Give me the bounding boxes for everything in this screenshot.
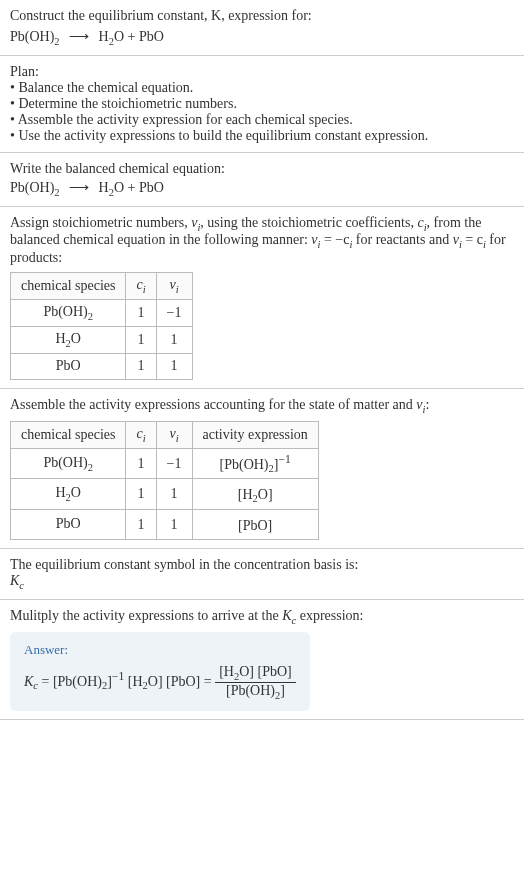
answer-t1exp: −1 — [112, 670, 124, 683]
cell-species: PbO — [11, 353, 126, 380]
activity-title: Assemble the activity expressions accoun… — [10, 397, 514, 415]
kc-sub: c — [19, 580, 24, 591]
table-row: H2O 1 1 [H2O] — [11, 479, 319, 509]
plan-item-0-text: Balance the chemical equation. — [18, 80, 193, 95]
cell-species: H2O — [11, 326, 126, 353]
sp-a: PbO — [56, 358, 81, 373]
sp-a: H — [55, 331, 65, 346]
cell-nu: 1 — [156, 479, 192, 509]
answer-kc: K — [24, 673, 33, 688]
sp-a: Pb(OH) — [43, 455, 87, 470]
plan-section: Plan: • Balance the chemical equation. •… — [0, 56, 524, 153]
bal-product2: PbO — [139, 180, 164, 195]
plan-item-1-text: Determine the stoichiometric numbers. — [18, 96, 237, 111]
product2: PbO — [139, 29, 164, 44]
table-header-row: chemical species ci νi — [11, 273, 193, 300]
fraction-numerator: [H2O] [PbO] — [215, 664, 296, 683]
answer-eq: = — [38, 673, 53, 688]
num-a: [H — [219, 664, 234, 679]
den-a: [Pb(OH) — [226, 683, 275, 698]
table-row: H2O 1 1 — [11, 326, 193, 353]
plan-item-0: • Balance the chemical equation. — [10, 80, 514, 96]
table-row: Pb(OH)2 1 −1 [Pb(OH)2]−1 — [11, 448, 319, 478]
act-a: [Pb(OH) — [220, 457, 269, 472]
plan-item-3-text: Use the activity expressions to build th… — [18, 128, 428, 143]
cell-activity: [Pb(OH)2]−1 — [192, 448, 318, 478]
kc-symbol: Kc — [10, 573, 514, 591]
plus-icon: + — [128, 180, 139, 195]
cell-c: 1 — [126, 479, 156, 509]
reaction-equation: Pb(OH)2 ⟶ H2O + PbO — [10, 28, 514, 47]
stoich-intro: Assign stoichiometric numbers, νi, using… — [10, 215, 514, 267]
prompt-section: Construct the equilibrium constant, K, e… — [0, 0, 524, 56]
cell-species: Pb(OH)2 — [11, 448, 126, 478]
th-nu: νi — [156, 273, 192, 300]
arrow-icon: ⟶ — [63, 29, 95, 44]
sp-sub: 2 — [88, 462, 93, 473]
answer-expression: Kc = [Pb(OH)2]−1 [H2O] [PbO] = [H2O] [Pb… — [24, 664, 296, 701]
cell-c: 1 — [126, 353, 156, 380]
table-row: PbO 1 1 — [11, 353, 193, 380]
reactant-text: Pb(OH) — [10, 29, 54, 44]
sp-sub: 2 — [88, 311, 93, 322]
den-b: ] — [280, 683, 285, 698]
answer-label: Answer: — [24, 642, 296, 658]
activity-section: Assemble the activity expressions accoun… — [0, 389, 524, 549]
bal-reactant-sub: 2 — [54, 187, 59, 198]
answer-t1a: [Pb(OH) — [53, 673, 102, 688]
bal-product1: H2O — [99, 180, 125, 195]
sp-a: Pb(OH) — [43, 304, 87, 319]
cell-c: 1 — [126, 326, 156, 353]
arrow-icon: ⟶ — [63, 180, 95, 195]
cell-species: H2O — [11, 479, 126, 509]
th-c: ci — [126, 422, 156, 449]
plan-title: Plan: — [10, 64, 514, 80]
table-row: PbO 1 1 [PbO] — [11, 509, 319, 539]
balanced-section: Write the balanced chemical equation: Pb… — [0, 153, 524, 207]
cell-nu: 1 — [156, 326, 192, 353]
plan-item-2: • Assemble the activity expression for e… — [10, 112, 514, 128]
plan-item-2-text: Assemble the activity expression for eac… — [18, 112, 353, 127]
cell-c: 1 — [126, 448, 156, 478]
plan-item-3: • Use the activity expressions to build … — [10, 128, 514, 144]
activity-title-a: Assemble the activity expressions accoun… — [10, 397, 416, 412]
rel1-eq: = −c — [320, 232, 349, 247]
num-b: O] [PbO] — [239, 664, 292, 679]
answer-t2b: O] [PbO] = — [148, 673, 215, 688]
answer-box: Answer: Kc = [Pb(OH)2]−1 [H2O] [PbO] = [… — [10, 632, 310, 711]
stoich-section: Assign stoichiometric numbers, νi, using… — [0, 207, 524, 390]
cell-nu: −1 — [156, 299, 192, 326]
kc-k: K — [10, 573, 19, 588]
sp-a: H — [55, 485, 65, 500]
cell-activity: [PbO] — [192, 509, 318, 539]
reactant-sub: 2 — [54, 36, 59, 47]
th-c: ci — [126, 273, 156, 300]
prompt-text: Construct the equilibrium constant, K, e… — [10, 8, 514, 24]
sp-b: O — [71, 331, 81, 346]
sp-a: PbO — [56, 516, 81, 531]
bal-reactant: Pb(OH)2 — [10, 180, 60, 195]
cell-c: 1 — [126, 299, 156, 326]
cell-activity: [H2O] — [192, 479, 318, 509]
plan-item-1: • Determine the stoichiometric numbers. — [10, 96, 514, 112]
cell-nu: −1 — [156, 448, 192, 478]
balanced-title: Write the balanced chemical equation: — [10, 161, 514, 177]
rel1-tail: for reactants and — [352, 232, 452, 247]
cell-nu: 1 — [156, 353, 192, 380]
rel2-eq: = c — [462, 232, 483, 247]
th-nu: νi — [156, 422, 192, 449]
cell-c: 1 — [126, 509, 156, 539]
balanced-equation: Pb(OH)2 ⟶ H2O + PbO — [10, 179, 514, 198]
product1: H2O — [99, 29, 125, 44]
th-species: chemical species — [11, 422, 126, 449]
kc-symbol-section: The equilibrium constant symbol in the c… — [0, 549, 524, 600]
th-species: chemical species — [11, 273, 126, 300]
product1-b: O — [114, 29, 124, 44]
activity-title-b: : — [425, 397, 429, 412]
stoich-table: chemical species ci νi Pb(OH)2 1 −1 H2O … — [10, 272, 193, 380]
act-a: [PbO] — [238, 518, 272, 533]
table-header-row: chemical species ci νi activity expressi… — [11, 422, 319, 449]
fraction-denominator: [Pb(OH)2] — [215, 683, 296, 701]
bal-product1-a: H — [99, 180, 109, 195]
act-exp: −1 — [278, 453, 290, 466]
